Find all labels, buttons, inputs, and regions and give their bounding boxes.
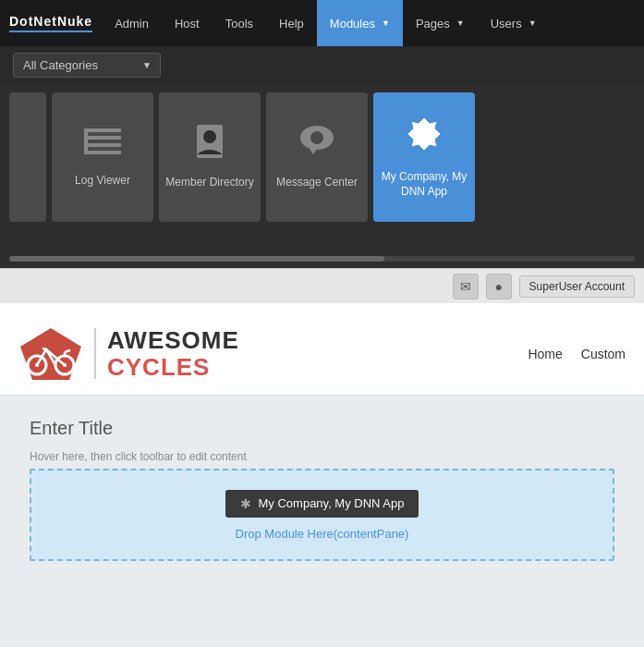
site-name: AWESOME CYCLES xyxy=(107,327,239,380)
site-logo-icon xyxy=(18,326,83,382)
logo: DotNetNuke xyxy=(9,14,92,32)
nav-item-admin[interactable]: Admin xyxy=(102,0,162,46)
bottom-toolbar: ✉ ● SuperUser Account xyxy=(0,268,644,303)
nav-item-modules[interactable]: Modules ▼ xyxy=(317,0,403,46)
logo-text: DotNetNuke xyxy=(9,14,92,32)
log-viewer-icon xyxy=(84,126,121,165)
partial-tile-left xyxy=(9,92,46,222)
content-section: Enter Title Hover here, then click toolb… xyxy=(0,396,644,647)
nav-item-tools[interactable]: Tools xyxy=(213,0,266,46)
message-center-icon xyxy=(298,125,335,166)
message-center-label: Message Center xyxy=(276,176,358,190)
module-tile-member-directory[interactable]: Member Directory xyxy=(159,92,261,222)
svg-rect-0 xyxy=(84,128,121,132)
site-nav-home[interactable]: Home xyxy=(528,347,562,361)
scrollbar-thumb xyxy=(9,256,384,262)
speech-button[interactable]: ● xyxy=(486,274,512,299)
site-nav-custom[interactable]: Custom xyxy=(581,347,626,361)
category-dropdown-wrapper[interactable]: All Categories Admin Common Premium xyxy=(13,53,161,78)
mail-icon: ✉ xyxy=(460,279,471,294)
nav-item-help[interactable]: Help xyxy=(266,0,317,46)
scrollbar-track xyxy=(9,256,635,262)
module-tile-log-viewer[interactable]: Log Viewer xyxy=(52,92,153,222)
svg-point-6 xyxy=(203,130,216,143)
category-select[interactable]: All Categories Admin Common Premium xyxy=(13,53,161,78)
my-company-label: My Company, My DNN App xyxy=(378,170,470,199)
top-navigation: DotNetNuke Admin Host Tools Help Modules… xyxy=(0,0,644,46)
content-hover-hint: Hover here, then click toolbar to edit c… xyxy=(30,450,614,463)
module-grid-scrollbar[interactable] xyxy=(0,250,644,268)
module-badge-icon: ✱ xyxy=(240,496,251,511)
content-edit-area: Enter Title Hover here, then click toolb… xyxy=(15,405,629,574)
svg-rect-2 xyxy=(84,143,121,147)
member-directory-label: Member Directory xyxy=(165,176,253,190)
module-badge[interactable]: ✱ My Company, My DNN App xyxy=(225,490,419,518)
svg-point-8 xyxy=(310,131,323,144)
content-title: Enter Title xyxy=(30,418,614,439)
my-company-icon xyxy=(406,116,443,161)
module-tile-my-company[interactable]: My Company, My DNN App xyxy=(373,92,475,222)
log-viewer-label: Log Viewer xyxy=(75,174,130,189)
site-name-bottom: CYCLES xyxy=(107,354,239,381)
nav-menu: Admin Host Tools Help Modules ▼ Pages ▼ … xyxy=(102,0,635,46)
nav-item-host[interactable]: Host xyxy=(162,0,213,46)
website-header: AWESOME CYCLES Home Custom xyxy=(0,303,644,396)
site-name-top: AWESOME xyxy=(107,327,239,354)
module-grid-area: Log Viewer Member Directory Message xyxy=(0,83,644,250)
nav-item-users[interactable]: Users ▼ xyxy=(478,0,550,46)
module-tile-message-center[interactable]: Message Center xyxy=(266,92,368,222)
svg-line-17 xyxy=(43,348,46,349)
speech-icon: ● xyxy=(494,279,502,294)
site-navigation: Home Custom xyxy=(528,347,626,361)
users-dropdown-arrow: ▼ xyxy=(529,18,537,28)
drop-module-text: Drop Module Here(contentPane) xyxy=(236,527,409,541)
user-account-button[interactable]: SuperUser Account xyxy=(519,275,635,298)
mail-button[interactable]: ✉ xyxy=(453,274,479,299)
user-account-label: SuperUser Account xyxy=(529,280,625,293)
pages-dropdown-arrow: ▼ xyxy=(456,18,465,28)
logo-divider xyxy=(94,328,96,379)
categories-bar: All Categories Admin Common Premium xyxy=(0,46,644,83)
site-logo: AWESOME CYCLES xyxy=(18,326,239,382)
module-badge-label: My Company, My DNN App xyxy=(259,496,405,510)
svg-rect-3 xyxy=(84,151,121,154)
svg-rect-1 xyxy=(84,136,121,140)
svg-rect-4 xyxy=(84,128,88,154)
nav-item-pages[interactable]: Pages ▼ xyxy=(403,0,478,46)
modules-dropdown-arrow: ▼ xyxy=(382,18,390,28)
member-directory-icon xyxy=(193,125,226,166)
module-grid: Log Viewer Member Directory Message xyxy=(9,92,635,222)
drop-zone[interactable]: ✱ My Company, My DNN App Drop Module Her… xyxy=(30,469,614,561)
